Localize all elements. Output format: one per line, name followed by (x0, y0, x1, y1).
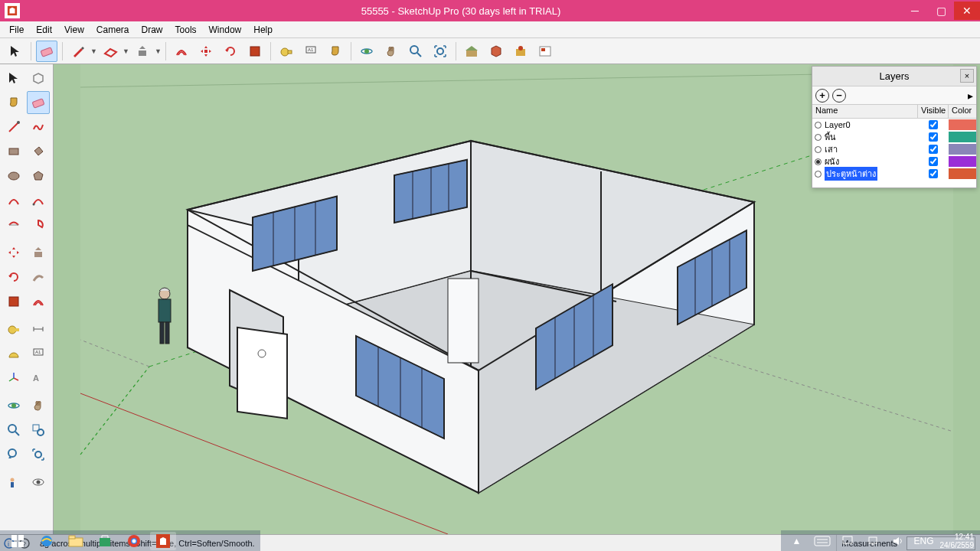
chrome-icon[interactable] (121, 532, 147, 550)
layers-flyout-icon[interactable]: ▸ (968, 90, 973, 102)
pushpull-icon[interactable] (27, 241, 50, 264)
rectangle-icon[interactable] (2, 140, 25, 163)
tray-lang[interactable]: ENG (910, 536, 936, 546)
dimension-tool-icon[interactable]: A1 (300, 41, 322, 62)
followme-icon[interactable] (27, 266, 50, 289)
rectangle-tool-icon[interactable] (100, 41, 121, 62)
dropdown-icon[interactable]: ▼ (122, 47, 130, 55)
layer-name[interactable]: ประตูหน้าต่าง (823, 167, 918, 181)
move-icon[interactable] (2, 241, 25, 264)
3pt-arc-icon[interactable] (2, 214, 25, 236)
2pt-arc-icon[interactable] (27, 189, 50, 212)
layer-visible-checkbox[interactable] (918, 145, 949, 154)
tape-tool-icon[interactable] (276, 41, 297, 62)
layer-active-radio[interactable] (812, 158, 823, 165)
warehouse-icon[interactable] (461, 41, 482, 62)
dropdown-icon[interactable]: ▼ (90, 47, 98, 55)
remove-layer-button[interactable]: − (832, 89, 846, 103)
layer-visible-checkbox[interactable] (918, 169, 949, 178)
3dtext-icon[interactable]: A (27, 367, 50, 390)
position-camera-icon[interactable] (2, 471, 25, 494)
component-icon[interactable] (27, 67, 50, 90)
scale-icon[interactable] (2, 290, 25, 313)
line-icon[interactable] (2, 116, 25, 139)
menu-camera[interactable]: Camera (90, 23, 136, 37)
offset-icon[interactable] (27, 290, 50, 313)
dimension-icon[interactable] (27, 318, 50, 341)
zoom-window-icon[interactable] (27, 419, 50, 442)
move-tool-icon[interactable] (195, 41, 217, 62)
freehand-icon[interactable] (27, 116, 50, 139)
network-icon[interactable] (861, 532, 884, 550)
layer-active-radio[interactable] (812, 134, 823, 141)
volume-icon[interactable] (887, 532, 909, 550)
layer-row[interactable]: Layer0 (812, 119, 976, 131)
menu-draw[interactable]: Draw (136, 23, 169, 37)
panel-close-icon[interactable]: × (960, 69, 974, 83)
pencil-tool-icon[interactable] (67, 41, 89, 62)
sketchup-task-icon[interactable] (150, 532, 176, 550)
zoom-tool-icon[interactable] (405, 41, 426, 62)
eraser-icon[interactable] (27, 91, 50, 114)
text-icon[interactable]: A1 (27, 342, 50, 365)
layer-color-swatch[interactable] (949, 156, 976, 167)
orbit-icon[interactable] (2, 394, 25, 417)
paint-bucket-icon[interactable] (2, 91, 25, 114)
select-icon[interactable] (2, 67, 25, 90)
menu-view[interactable]: View (58, 23, 90, 37)
pan-icon[interactable] (27, 394, 50, 417)
layer-visible-checkbox[interactable] (918, 120, 949, 129)
layer-color-swatch[interactable] (949, 132, 976, 142)
select-tool-icon[interactable] (5, 41, 26, 62)
menu-edit[interactable]: Edit (30, 23, 58, 37)
explorer-icon[interactable] (63, 532, 89, 550)
rotate-icon[interactable] (2, 266, 25, 289)
look-around-icon[interactable] (27, 471, 50, 494)
component-icon[interactable] (485, 41, 507, 62)
protractor-icon[interactable] (2, 342, 25, 365)
extension-icon[interactable] (510, 41, 531, 62)
close-button[interactable]: ✕ (954, 2, 980, 20)
maximize-button[interactable]: ▢ (928, 2, 954, 20)
minimize-button[interactable]: ─ (902, 2, 928, 20)
layer-visible-checkbox[interactable] (918, 132, 949, 142)
store-icon[interactable] (92, 532, 118, 550)
menu-file[interactable]: File (3, 23, 30, 37)
layers-panel-title[interactable]: Layers × (812, 67, 976, 86)
arc-icon[interactable] (2, 189, 25, 212)
previous-icon[interactable] (2, 443, 25, 466)
menu-window[interactable]: Window (203, 23, 248, 37)
viewport-3d[interactable]: Layers × + − ▸ Name Visible Color Layer0… (54, 64, 980, 534)
start-button[interactable] (5, 532, 31, 550)
menu-tools[interactable]: Tools (169, 23, 203, 37)
axes-icon[interactable] (2, 367, 25, 390)
layer-visible-checkbox[interactable] (918, 157, 949, 166)
circle-icon[interactable] (2, 165, 25, 187)
ie-icon[interactable] (34, 532, 60, 550)
add-layer-button[interactable]: + (815, 89, 829, 103)
layer-active-radio[interactable] (812, 122, 823, 129)
layer-color-swatch[interactable] (949, 119, 976, 130)
layer-row[interactable]: พื้น (812, 131, 976, 143)
layers-panel[interactable]: Layers × + − ▸ Name Visible Color Layer0… (812, 66, 977, 188)
layer-active-radio[interactable] (812, 146, 823, 153)
zoom-icon[interactable] (2, 419, 25, 442)
scale-tool-icon[interactable] (244, 41, 266, 62)
pan-tool-icon[interactable] (381, 41, 402, 62)
layer-row[interactable]: ประตูหน้าต่าง (812, 168, 976, 180)
col-visible[interactable]: Visible (918, 105, 949, 118)
layer-name[interactable]: Layer0 (823, 120, 918, 129)
layer-color-swatch[interactable] (949, 168, 976, 179)
col-color[interactable]: Color (949, 105, 976, 118)
layer-active-radio[interactable] (812, 171, 823, 178)
orbit-tool-icon[interactable] (356, 41, 377, 62)
dropdown-icon[interactable]: ▼ (155, 47, 162, 55)
paint-tool-icon[interactable] (325, 41, 346, 62)
zoom-extents-icon[interactable] (430, 41, 451, 62)
zoom-extents-icon[interactable] (27, 443, 50, 466)
eraser-tool-icon[interactable] (36, 41, 57, 62)
layout-icon[interactable] (534, 41, 556, 62)
pie-icon[interactable] (27, 214, 50, 236)
tray-clock[interactable]: 12:41 24/6/2559 (937, 533, 978, 549)
action-center-icon[interactable] (836, 532, 858, 550)
